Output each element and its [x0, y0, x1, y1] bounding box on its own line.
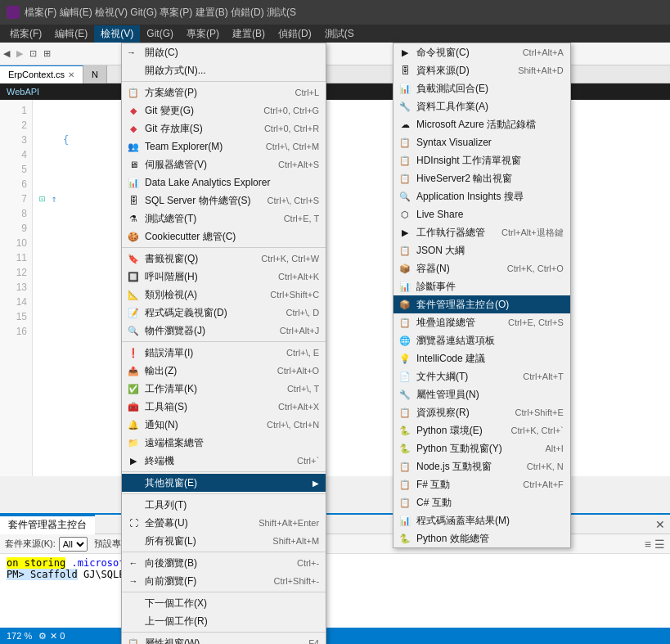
view-menu-item-terminal[interactable]: ▶ 終端機 Ctrl+` — [122, 452, 326, 470]
view-menu-item-code-def[interactable]: 📝 程式碼定義視窗(D) Ctrl+\, D — [122, 304, 326, 322]
toolbar-icon1[interactable]: ⊡ — [29, 48, 37, 59]
view-menu-item-bookmarks[interactable]: 🔖 書籤視窗(Q) Ctrl+K, Ctrl+W — [122, 250, 326, 268]
submenu-item-package-manager[interactable]: 📦 套件管理器主控台(O) — [393, 295, 570, 313]
submenu-item-code-coverage[interactable]: 📊 程式碼涵蓋率結果(M) — [393, 511, 570, 529]
tab-erpcontext-close[interactable]: ✕ — [68, 70, 74, 79]
submenu-item-diagnostic-events[interactable]: 📊 診斷事件 — [393, 277, 570, 295]
team-explorer-shortcut: Ctrl+\, Ctrl+M — [250, 142, 319, 151]
submenu-item-hiveserver2[interactable]: 📋 HiveServer2 輸出視窗 — [393, 169, 570, 187]
containers-shortcut: Ctrl+K, Ctrl+O — [491, 263, 564, 273]
submenu-item-python-perf[interactable]: 🐍 Python 效能總管 — [393, 529, 570, 547]
view-menu-item-toolbox[interactable]: 🧰 工具箱(S) Ctrl+Alt+X — [122, 398, 326, 416]
forward-button[interactable]: ▶ — [16, 48, 23, 59]
submenu-item-python-interactive[interactable]: 🐍 Python 互動視窗(Y) Alt+I — [393, 439, 570, 457]
view-menu-item-task-list[interactable]: ✅ 工作清單(K) Ctrl+\, T — [122, 380, 326, 398]
view-menu-item-prev-task[interactable]: 上一個工作(R) — [122, 612, 326, 630]
panel-close-button[interactable]: ✕ — [650, 518, 670, 531]
submenu-item-task-runner[interactable]: ▶ 工作執行器總管 Ctrl+Alt+退格鍵 — [393, 223, 570, 241]
toolbar-icon2[interactable]: ⊞ — [43, 48, 51, 59]
code-def-shortcut: Ctrl+\, D — [270, 308, 320, 317]
view-menu-item-server-explorer[interactable]: 🖥 伺服器總管(V) Ctrl+Alt+S — [122, 155, 326, 173]
nodejs-label: Node.js 互動視窗 — [416, 460, 492, 474]
menu-debug[interactable]: 偵錯(D) — [272, 25, 318, 43]
submenu-item-containers[interactable]: 📦 容器(N) Ctrl+K, Ctrl+O — [393, 259, 570, 277]
submenu-item-data-tools[interactable]: 🔧 資料工具作業(A) — [393, 97, 570, 115]
panel-settings-icon[interactable]: ≡ — [645, 538, 651, 551]
submenu-item-doc-outline[interactable]: 📄 文件大綱(T) Ctrl+Alt+T — [393, 367, 570, 385]
submenu-item-resource-view[interactable]: 📋 資源視察(R) Ctrl+Shift+E — [393, 403, 570, 421]
view-menu-item-navigate-forward[interactable]: → 向前瀏覽(F) Ctrl+Shift+- — [122, 572, 326, 590]
view-menu-item-git-repo[interactable]: ◆ Git 存放庫(S) Ctrl+0, Ctrl+R — [122, 119, 326, 137]
view-menu-item-properties-window[interactable]: 📋 屬性視窗(W) F4 — [122, 634, 326, 644]
fullscreen-shortcut: Shift+Alt+Enter — [242, 518, 319, 528]
view-menu-item-remote-explorer[interactable]: 📁 遠端檔案總管 — [122, 434, 326, 452]
menu-git[interactable]: Git(G) — [140, 26, 180, 41]
source-select[interactable]: All — [59, 537, 88, 552]
python-env-icon: 🐍 — [398, 424, 411, 437]
view-menu-dropdown[interactable]: → 開啟(C) 開啟方式(N)... 📋 方案總管(P) Ctrl+L ◆ Gi… — [121, 43, 326, 644]
back-button[interactable]: ◀ — [3, 48, 10, 59]
submenu-item-syntax-visualizer[interactable]: 📋 Syntax Visualizer — [393, 133, 570, 151]
other-views-submenu[interactable]: ▶ 命令視窗(C) Ctrl+Alt+A 🗄 資料來源(D) Shift+Alt… — [393, 43, 571, 548]
menu-edit[interactable]: 編輯(E) — [48, 25, 94, 43]
submenu-item-intellicode[interactable]: 💡 IntelliCode 建議 — [393, 349, 570, 367]
bookmarks-label: 書籤視窗(Q) — [145, 252, 198, 266]
panel-menu-icon[interactable]: ☰ — [654, 538, 665, 551]
stack-trace-label: 堆疊追蹤總管 — [416, 316, 475, 330]
view-menu-item-navigate-back[interactable]: ← 向後瀏覽(B) Ctrl+- — [122, 554, 326, 572]
bottom-tab-package-manager[interactable]: 套件管理器主控台 — [0, 515, 95, 534]
view-menu-item-open[interactable]: → 開啟(C) — [122, 43, 326, 61]
submenu-item-browser-link[interactable]: 🌐 瀏覽器連結選項板 — [393, 331, 570, 349]
view-menu-item-git-changes[interactable]: ◆ Git 變更(G) Ctrl+0, Ctrl+G — [122, 101, 326, 119]
tab-erpcontext[interactable]: ErpContext.cs ✕ — [0, 65, 83, 83]
submenu-item-app-insights[interactable]: 🔍 Application Insights 搜尋 — [393, 187, 570, 205]
submenu-item-command-window[interactable]: ▶ 命令視窗(C) Ctrl+Alt+A — [393, 43, 570, 61]
view-menu-item-all-windows[interactable]: 所有視窗(L) Shift+Alt+M — [122, 532, 326, 550]
view-menu-item-notifications[interactable]: 🔔 通知(N) Ctrl+\, Ctrl+N — [122, 416, 326, 434]
view-menu-item-solution-explorer[interactable]: 📋 方案總管(P) Ctrl+L — [122, 83, 326, 101]
object-browser-shortcut: Ctrl+Alt+J — [263, 326, 319, 336]
python-interactive-icon: 🐍 — [398, 442, 411, 455]
menu-file[interactable]: 檔案(F) — [3, 25, 48, 43]
app-insights-label: Application Insights 搜尋 — [416, 190, 524, 204]
view-menu-item-test-explorer[interactable]: ⚗ 測試總管(T) Ctrl+E, T — [122, 209, 326, 227]
azure-activity-label: Microsoft Azure 活動記錄檔 — [416, 118, 536, 132]
bottom-tab-label: 套件管理器主控台 — [8, 518, 87, 532]
tab-n[interactable]: N — [83, 65, 107, 83]
submenu-item-csharp[interactable]: 📋 C# 互動 — [393, 493, 570, 511]
view-menu-item-sql-server[interactable]: 🗄 SQL Server 物件總管(S) Ctrl+\, Ctrl+S — [122, 191, 326, 209]
submenu-item-property-manager[interactable]: 🔧 屬性管理員(N) — [393, 385, 570, 403]
menu-build[interactable]: 建置(B) — [226, 25, 272, 43]
view-menu-item-open-with[interactable]: 開啟方式(N)... — [122, 61, 326, 79]
view-menu-item-toolbar[interactable]: 工具列(T) — [122, 496, 326, 514]
view-menu-item-class-view[interactable]: 📐 類別檢視(A) Ctrl+Shift+C — [122, 286, 326, 304]
submenu-item-python-env[interactable]: 🐍 Python 環境(E) Ctrl+K, Ctrl+` — [393, 421, 570, 439]
azure-activity-icon: ☁ — [398, 118, 411, 131]
submenu-item-hdinsight[interactable]: 📋 HDInsight 工作清單視窗 — [393, 151, 570, 169]
menu-test[interactable]: 測試(S — [318, 25, 361, 43]
data-tools-label: 資料工具作業(A) — [416, 100, 488, 114]
view-menu-item-output[interactable]: 📤 輸出(Z) Ctrl+Alt+O — [122, 362, 326, 380]
view-menu-item-object-browser[interactable]: 🔍 物件瀏覽器(J) Ctrl+Alt+J — [122, 322, 326, 340]
submenu-item-load-test[interactable]: 📊 負載測試回合(E) — [393, 79, 570, 97]
fsharp-icon: 📋 — [398, 478, 411, 491]
menu-project[interactable]: 專案(P) — [180, 25, 226, 43]
code-def-icon: 📝 — [127, 306, 140, 319]
view-menu-item-cookiecutter[interactable]: 🍪 Cookiecutter 總管(C) — [122, 227, 326, 245]
submenu-item-data-sources[interactable]: 🗄 資料來源(D) Shift+Alt+D — [393, 61, 570, 79]
submenu-item-live-share[interactable]: ⬡ Live Share — [393, 205, 570, 223]
view-menu-item-team-explorer[interactable]: 👥 Team Explorer(M) Ctrl+\, Ctrl+M — [122, 137, 326, 155]
submenu-item-azure-activity[interactable]: ☁ Microsoft Azure 活動記錄檔 — [393, 115, 570, 133]
submenu-item-nodejs[interactable]: 📋 Node.js 互動視窗 Ctrl+K, N — [393, 457, 570, 475]
submenu-item-fsharp[interactable]: 📋 F# 互動 Ctrl+Alt+F — [393, 475, 570, 493]
submenu-item-stack-trace[interactable]: 📋 堆疊追蹤總管 Ctrl+E, Ctrl+S — [393, 313, 570, 331]
menu-view[interactable]: 檢視(V) — [94, 25, 140, 43]
submenu-item-json-outline[interactable]: 📋 JSON 大綱 — [393, 241, 570, 259]
task-list-icon: ✅ — [127, 382, 140, 395]
view-menu-item-error-list[interactable]: ❗ 錯誤清單(I) Ctrl+\, E — [122, 344, 326, 362]
view-menu-item-data-lake[interactable]: 📊 Data Lake Analytics Explorer — [122, 173, 326, 191]
view-menu-item-other-windows[interactable]: 其他視窗(E) ▶ — [122, 474, 326, 492]
view-menu-item-fullscreen[interactable]: ⛶ 全螢幕(U) Shift+Alt+Enter — [122, 514, 326, 532]
view-menu-item-next-task[interactable]: 下一個工作(X) — [122, 594, 326, 612]
view-menu-item-call-hierarchy[interactable]: 🔲 呼叫階層(H) Ctrl+Alt+K — [122, 268, 326, 286]
